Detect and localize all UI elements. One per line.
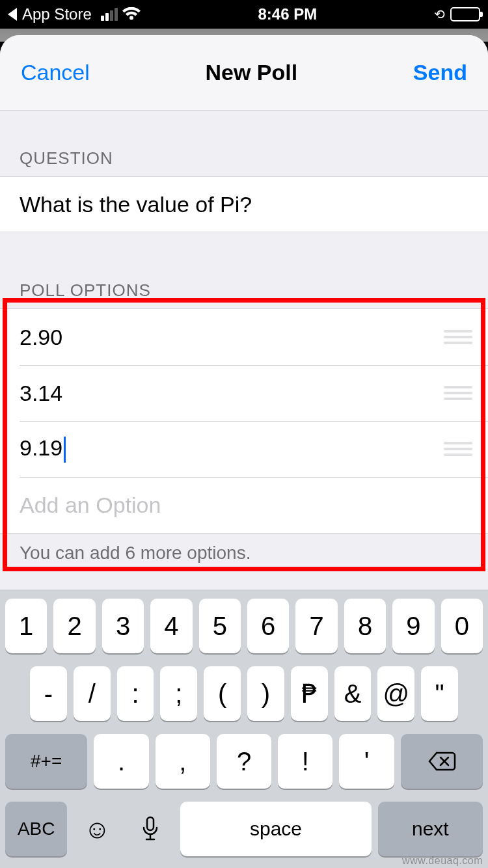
key-peso[interactable]: ₱: [291, 666, 328, 721]
key-space[interactable]: space: [180, 802, 371, 856]
backspace-icon: [427, 751, 456, 772]
key-apostrophe[interactable]: ': [339, 734, 394, 789]
key-colon[interactable]: :: [117, 666, 154, 721]
key-dictation[interactable]: [127, 802, 174, 856]
text-cursor: [64, 437, 66, 463]
key-backspace[interactable]: [401, 734, 483, 789]
key-question[interactable]: ?: [217, 734, 271, 789]
reorder-handle-icon[interactable]: [444, 330, 472, 344]
key-9[interactable]: 9: [392, 599, 434, 653]
key-emoji[interactable]: ☺: [74, 802, 120, 856]
key-5[interactable]: 5: [199, 599, 241, 653]
status-bar: App Store 8:46 PM ⟲: [0, 0, 488, 29]
watermark: www.deuaq.com: [402, 855, 483, 867]
status-time: 8:46 PM: [258, 5, 318, 23]
key-rparen[interactable]: ): [247, 666, 284, 721]
emoji-icon: ☺: [84, 815, 111, 844]
key-8[interactable]: 8: [344, 599, 386, 653]
keyboard-row-1: 1 2 3 4 5 6 7 8 9 0: [5, 599, 483, 653]
cellular-signal-icon: [101, 8, 118, 21]
key-6[interactable]: 6: [247, 599, 289, 653]
nav-bar: Cancel New Poll Send: [0, 35, 488, 111]
orientation-lock-icon: ⟲: [434, 7, 445, 22]
back-to-app-label[interactable]: App Store: [22, 5, 92, 23]
options-section-header: POLL OPTIONS: [0, 232, 488, 308]
options-footer-note: You can add 6 more options.: [0, 534, 488, 563]
key-1[interactable]: 1: [5, 599, 47, 653]
poll-option-row[interactable]: 9.19: [0, 421, 488, 477]
poll-option-row[interactable]: 3.14: [0, 365, 488, 421]
battery-icon: [450, 7, 480, 21]
key-2[interactable]: 2: [53, 599, 95, 653]
poll-option-row[interactable]: 2.90: [0, 309, 488, 365]
send-button[interactable]: Send: [413, 60, 467, 85]
new-poll-sheet: Cancel New Poll Send QUESTION What is th…: [0, 35, 488, 868]
key-slash[interactable]: /: [74, 666, 111, 721]
add-option-row[interactable]: Add an Option: [0, 477, 488, 533]
svg-rect-0: [147, 817, 154, 830]
wifi-icon: [122, 7, 141, 21]
microphone-icon: [142, 816, 159, 842]
poll-options-list: 2.90 3.14 9.19 Add an Option: [0, 308, 488, 534]
status-left: App Store: [8, 5, 141, 23]
key-next[interactable]: next: [378, 802, 483, 856]
key-symbols[interactable]: #+=: [5, 734, 87, 789]
keyboard-row-2: - / : ; ( ) ₱ & @ ": [5, 666, 483, 721]
key-dash[interactable]: -: [30, 666, 67, 721]
question-section-header: QUESTION: [0, 111, 488, 176]
key-7[interactable]: 7: [295, 599, 337, 653]
keyboard-row-3: #+= . , ? ! ': [5, 734, 483, 789]
poll-option-text: 9.19: [20, 435, 444, 463]
key-0[interactable]: 0: [441, 599, 483, 653]
key-quote[interactable]: ": [421, 666, 458, 721]
reorder-handle-icon[interactable]: [444, 386, 472, 400]
key-comma[interactable]: ,: [156, 734, 210, 789]
key-abc[interactable]: ABC: [5, 802, 67, 856]
question-text: What is the value of Pi?: [20, 192, 252, 217]
keyboard-row-4: ABC ☺ space next: [5, 802, 483, 856]
page-title: New Poll: [206, 60, 298, 85]
key-4[interactable]: 4: [150, 599, 192, 653]
key-exclaim[interactable]: !: [278, 734, 332, 789]
back-to-app-icon[interactable]: [8, 8, 17, 21]
key-3[interactable]: 3: [102, 599, 144, 653]
key-lparen[interactable]: (: [204, 666, 241, 721]
question-input[interactable]: What is the value of Pi?: [0, 176, 488, 232]
add-option-placeholder: Add an Option: [20, 493, 472, 518]
reorder-handle-icon[interactable]: [444, 442, 472, 456]
key-at[interactable]: @: [377, 666, 414, 721]
cancel-button[interactable]: Cancel: [21, 60, 90, 85]
poll-option-text: 3.14: [20, 381, 444, 406]
key-semicolon[interactable]: ;: [160, 666, 197, 721]
key-period[interactable]: .: [94, 734, 148, 789]
keyboard: 1 2 3 4 5 6 7 8 9 0 - / : ; ( ) ₱ & @ " …: [0, 590, 488, 868]
poll-option-text: 2.90: [20, 325, 444, 350]
key-amp[interactable]: &: [334, 666, 372, 721]
status-right: ⟲: [434, 7, 480, 22]
